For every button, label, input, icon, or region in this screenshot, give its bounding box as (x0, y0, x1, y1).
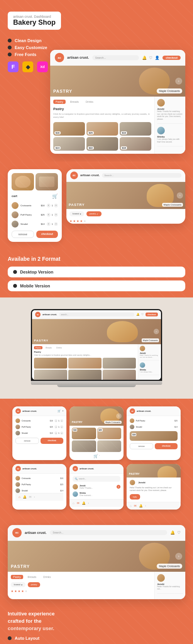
format-mobile[interactable]: Mobile Version (8, 280, 185, 291)
tab-pastry[interactable]: Pastry (53, 100, 66, 104)
chat-item-1: Jenski Hello! Thanks... 2 (73, 484, 120, 489)
bottom-heart-icon[interactable]: ♡ (177, 530, 181, 535)
mobile-remove-btn-1[interactable]: remove (15, 438, 39, 444)
laptop-tab-pastry[interactable]: Pastry (34, 346, 42, 349)
laptop-banner-text: PASTRY (34, 339, 49, 342)
qty-decrease-2[interactable]: ‹ (47, 213, 51, 217)
grid-item-6[interactable]: $18 (120, 137, 151, 151)
food-image-2 (36, 173, 58, 190)
filter-pastry[interactable]: pastry ✓ (86, 211, 102, 216)
nav-chevron[interactable]: › (34, 495, 35, 499)
chat-nav-msg[interactable]: ✉ (77, 501, 80, 505)
mobile-checkout-btn-1[interactable]: checkout (41, 438, 63, 444)
mob-banner-arrow[interactable]: › (177, 192, 183, 199)
mobile-checkout-btn-2[interactable]: checkout (155, 443, 178, 449)
grid-item-3[interactable]: $19 (120, 122, 151, 136)
remove-button[interactable]: remove (12, 231, 34, 238)
mobile-qty-inc-1a[interactable]: › (60, 419, 63, 422)
grid-item-2[interactable]: $25 (86, 122, 118, 136)
mobiles-row-2: ac artisan crust. Croissants $16 Puff Pa… (8, 464, 185, 510)
laptop-checkout-btn[interactable]: checkout (146, 313, 158, 316)
cart-item-price-3: $14 (41, 223, 45, 225)
banner-arrow[interactable]: › (175, 78, 182, 85)
laptop-search[interactable]: search... (59, 313, 134, 316)
mobile-qty-inc-1c[interactable]: › (60, 432, 63, 435)
mobile-grid-item-2[interactable]: $25 (97, 428, 122, 439)
laptop-grid-1[interactable] (34, 358, 67, 369)
grid-item-5[interactable]: $22 (86, 137, 118, 151)
price-5: $22 (88, 146, 94, 150)
bottom-filter-pastry[interactable]: pastry (28, 582, 40, 587)
bottom-tab-drinks[interactable]: Drinks (41, 575, 53, 579)
tab-drinks[interactable]: Drinks (83, 100, 96, 104)
mobile-grid-item-3[interactable] (72, 440, 96, 452)
nav-messages[interactable]: ✉ (29, 495, 32, 499)
laptop-grid-3[interactable] (103, 358, 136, 369)
sidebar-user-2: Shinka I can always help you with that! … (157, 127, 183, 146)
qty-increase-3[interactable]: › (54, 222, 58, 226)
chat-nav-arrow[interactable]: › (88, 501, 89, 505)
jenski-nav-home[interactable]: ⌂ (130, 504, 132, 508)
bottom-sidebar-user-1: Jenski Hello! Thanks for watching out... (157, 574, 183, 594)
bottom-filter-lowest[interactable]: lowest ▾ (11, 582, 25, 587)
bottom-sidebar-avatar-1 (157, 574, 165, 582)
laptop-grid-4[interactable] (34, 370, 67, 380)
mobile-products-arrow[interactable]: › (116, 413, 122, 419)
bottom-tab-pastry[interactable]: Pastry (11, 575, 23, 579)
chat-nav-notif[interactable]: 🔔 (82, 501, 86, 505)
mobile-grid-item-1[interactable]: $16 (72, 428, 96, 439)
nav-home[interactable]: ⌂ (19, 495, 20, 499)
format-desktop[interactable]: Desktop Version (8, 267, 185, 277)
chat-nav-home[interactable]: ⌂ (73, 501, 74, 505)
bottom-notification-icon[interactable]: 🔔 (170, 530, 175, 535)
laptop-tab-drinks[interactable]: Drinks (55, 346, 63, 349)
nav-search[interactable]: 🔔 (23, 495, 27, 499)
mobile-qty-dec-1c[interactable]: ‹ (54, 432, 58, 435)
mobile-remove-btn-2[interactable]: remove (130, 443, 153, 449)
chat-text-1: Hello! Thanks... (80, 487, 93, 489)
mobile-list-price-1: $16 (60, 477, 63, 479)
bottom-tab-breads[interactable]: Breads (25, 575, 39, 579)
chat-search-input[interactable]: 🔍 search... (73, 476, 120, 482)
laptop-banner-arrow[interactable]: › (154, 329, 159, 334)
features-list: Clean Design Easy Customize Free Fonts (8, 38, 185, 57)
qty-decrease-1[interactable]: ‹ (47, 204, 51, 207)
laptop-notification-icon[interactable]: 🔔 (136, 313, 140, 316)
mobile-products-grid: $16 $25 (72, 428, 121, 452)
laptop-grid-5[interactable] (68, 370, 102, 380)
mobile-qty-inc-1b[interactable]: › (60, 425, 63, 428)
jenski-nav-notif[interactable]: 🔔 (139, 504, 143, 508)
chat-avatar-1 (73, 484, 78, 489)
grid-item-1[interactable]: $16 (53, 122, 85, 136)
laptop-grid-6[interactable] (103, 370, 136, 380)
bottom-dash-search[interactable]: Search... (50, 530, 167, 535)
checkout-button[interactable]: checkout (36, 231, 58, 238)
section-bottom: ac artisan crust. Search... 🔔 ♡ PASTRY ›… (0, 517, 193, 644)
tab-breads[interactable]: Breads (68, 100, 81, 104)
grid-item-4[interactable]: $14 (53, 137, 85, 151)
mobile-grid-item-4[interactable] (97, 440, 122, 452)
mobile-qty-dec-1b[interactable]: ‹ (54, 425, 58, 428)
bottom-banner-arrow[interactable]: › (175, 553, 182, 560)
qty-increase-1[interactable]: › (54, 204, 58, 207)
feature-label-3: Free Fonts (15, 52, 36, 57)
mobile-cart-icon-small[interactable]: 🛒 (93, 454, 98, 458)
mobile-list-item-3: Strudel $14 (15, 488, 63, 493)
jenski-reply-button[interactable]: reply (130, 494, 140, 500)
jenski-nav-arrow[interactable]: › (145, 504, 146, 508)
jenski-nav-msg[interactable]: ✉ (134, 504, 137, 508)
laptop-tab-breads[interactable]: Breads (44, 346, 53, 349)
feature-dot (8, 39, 12, 42)
laptop-banner: PASTRY › Maple Croissants (32, 319, 161, 344)
star-4: ★ (80, 219, 83, 223)
mobile-card-logo-2: ac (130, 408, 135, 414)
mobile-cart-icon-1[interactable]: 🛒 (58, 410, 61, 413)
mobile-qty-dec-1a[interactable]: ‹ (54, 419, 58, 422)
qty-increase-2[interactable]: › (54, 213, 58, 217)
filter-lowest[interactable]: lowest ▾ (69, 211, 84, 216)
qty-decrease-3[interactable]: ‹ (47, 222, 51, 226)
mob-search[interactable]: Search... (102, 173, 181, 178)
laptop-heart-icon[interactable]: ♡ (141, 313, 144, 316)
laptop-grid-2[interactable] (68, 358, 102, 369)
price-4: $14 (54, 146, 61, 150)
